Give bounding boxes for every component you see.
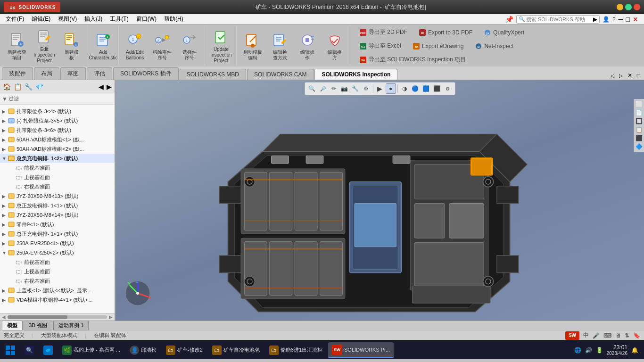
taskbar-app-mine[interactable]: 🗂 矿车-修改2 bbox=[162, 342, 206, 358]
toolbar-icon-pin[interactable]: 📌 bbox=[505, 16, 513, 23]
tab-layout[interactable]: 布局 bbox=[34, 67, 59, 80]
select-serial-button[interactable]: 1 选择件序号 bbox=[176, 26, 203, 65]
tab-sw-mbd[interactable]: SOLIDWORKS MBD bbox=[180, 69, 246, 80]
tree-item-plane[interactable]: 右视基准面 bbox=[0, 182, 115, 191]
panel-icon-circle[interactable]: ◀ bbox=[98, 82, 105, 91]
settings-icon[interactable]: ─ bbox=[619, 16, 623, 23]
add-edit-balloons-button[interactable]: 1 2 Add/EditBalloons bbox=[122, 26, 148, 65]
help-icon[interactable]: ? bbox=[612, 16, 616, 23]
tree-item-plane[interactable]: 上视基准面 bbox=[0, 267, 115, 276]
bottom-tab-model[interactable]: 模型 bbox=[2, 321, 23, 330]
hidden-btn[interactable]: ⬛ bbox=[432, 83, 442, 94]
close-app-icon[interactable]: ✕ bbox=[633, 16, 638, 23]
move-serial-button[interactable]: A 移除零件序号 bbox=[149, 26, 175, 65]
taskbar-app-solidworks[interactable]: SW SOLIDWORKS Pr... bbox=[328, 342, 394, 358]
gear-view-btn[interactable]: ⚙ bbox=[361, 83, 372, 94]
menu-window[interactable]: 窗口(W) bbox=[132, 14, 160, 24]
panel-icon-home[interactable]: 🏠 bbox=[2, 82, 12, 91]
taskbar-app-energy[interactable]: 🗂 储能6进1出汇流柜 bbox=[265, 342, 326, 358]
start-template-mode-button[interactable]: 启动模板编辑 bbox=[239, 26, 266, 65]
taskbar-notification-icon[interactable]: 🔔 bbox=[631, 347, 638, 354]
add-characteristic-button[interactable]: + AddCharacteristic bbox=[90, 26, 116, 65]
export-sw-button[interactable]: SW 导出至 SOLIDWORKS Inspection 项目 bbox=[355, 54, 470, 66]
tree-item[interactable]: ▶ 零件9<1> (默认) bbox=[0, 220, 115, 229]
eye-view-btn[interactable]: ● bbox=[386, 83, 396, 94]
ribbon-collapse-btn[interactable]: ◁ bbox=[609, 72, 616, 79]
taskbar-battery-icon[interactable]: 🔋 bbox=[596, 347, 603, 354]
edit-inspection-project-button[interactable]: EditInspectionProject bbox=[31, 26, 58, 65]
bottom-tab-3dview[interactable]: 3D 视图 bbox=[24, 321, 52, 330]
tab-evaluate[interactable]: 评估 bbox=[87, 67, 112, 80]
export-2d-pdf-button[interactable]: PDF 导出至 2D PDF bbox=[355, 26, 412, 38]
menu-tools[interactable]: 工具(T) bbox=[106, 14, 132, 24]
menu-help[interactable]: 帮助(H) bbox=[160, 14, 187, 24]
panel-icon-diamond[interactable]: 💎 bbox=[34, 82, 44, 91]
minimize-button[interactable] bbox=[617, 4, 623, 10]
ribbon-expand-btn[interactable]: ▷ bbox=[617, 72, 625, 79]
tree-item[interactable]: ▶ 上盖板<1> (默认<<默认>_显示... bbox=[0, 286, 115, 295]
taskbar-clock[interactable]: 23:01 2023/4/26 bbox=[607, 344, 628, 356]
right-view-icon-6[interactable]: 🔷 bbox=[636, 143, 643, 150]
edit-operations-button[interactable]: 编辑操作 bbox=[294, 26, 321, 65]
tree-item[interactable]: ▶ 50AH-VAD标准模组<1> (默... bbox=[0, 135, 115, 144]
tab-sw-plugins[interactable]: SOLIDWORKS 插件 bbox=[113, 67, 179, 80]
tree-item[interactable]: ▶ JYZ-20X50-M8<14> (默认) bbox=[0, 210, 115, 220]
tree-item-expanded[interactable]: ▼ 总负充电铜排- 1<2> (默认) bbox=[0, 154, 115, 163]
user-icon[interactable]: 👤 bbox=[603, 16, 610, 23]
close-button[interactable] bbox=[634, 4, 640, 10]
panel-icon-search[interactable]: 📋 bbox=[13, 82, 23, 91]
taskbar-app-upload[interactable]: 🌿 我的上传 - 嘉石网 ... bbox=[58, 342, 124, 358]
bottom-tab-motion[interactable]: 运动算例 1 bbox=[53, 321, 89, 330]
taskbar-app-user[interactable]: 👤 邱清松 bbox=[126, 342, 160, 358]
tree-item-plane[interactable]: 右视基准面 bbox=[0, 276, 115, 286]
tree-item[interactable]: ▶ 总正放电铜排- 1<1> (默认) bbox=[0, 201, 115, 210]
tree-item[interactable]: ▶ JYZ-20X50-M8<13> (默认) bbox=[0, 191, 115, 201]
solid-btn[interactable]: 🟦 bbox=[421, 83, 431, 94]
tab-sw-cam[interactable]: SOLIDWORKS CAM bbox=[247, 69, 314, 80]
view-options-btn[interactable]: ⚙ bbox=[443, 83, 453, 94]
right-view-icon-1[interactable]: ⬜ bbox=[636, 101, 643, 107]
settings-view-btn[interactable]: 🔧 bbox=[350, 83, 361, 94]
tree-item-plane[interactable]: 前视基准面 bbox=[0, 163, 115, 173]
tree-item-plane[interactable]: 上视基准面 bbox=[0, 173, 115, 182]
tree-item[interactable]: ▶ 250A-EVR250<1> (默认) bbox=[0, 239, 115, 248]
ribbon-close-btn[interactable]: ✕ bbox=[626, 71, 634, 80]
right-view-icon-2[interactable]: 📄 bbox=[636, 109, 643, 116]
wireframe-btn[interactable]: 🔵 bbox=[410, 83, 421, 94]
tree-item-plane[interactable]: 前视基准面 bbox=[0, 257, 115, 267]
net-inspect-button[interactable]: NI Net-Inspect bbox=[471, 41, 517, 52]
tree-item[interactable]: ▶ 扎带限位条-3<4> (默认) bbox=[0, 107, 115, 116]
right-view-icon-5[interactable]: ⬛ bbox=[636, 135, 643, 141]
tree-item-expanded[interactable]: ▼ 250A-EVR250<2> (默认) bbox=[0, 248, 115, 257]
tree-item[interactable]: ▶ VDA模组串联铜排-4<1> (默认<... bbox=[0, 295, 115, 304]
maximize-button[interactable] bbox=[625, 4, 632, 10]
tree-item[interactable]: ▶ - (-) 扎带限位条-3<5> (默认) bbox=[0, 116, 115, 125]
3d-viewport[interactable]: 🔍 🔎 ✏ 📷 🔧 ⚙ ▶ ● ◑ 🔵 🟦 ⬛ ⚙ bbox=[116, 80, 644, 321]
export-edrawing-button[interactable]: eD Export eDrawing bbox=[408, 41, 468, 52]
tree-item[interactable]: ▶ 50AH-VAD标准模组<2> (默... bbox=[0, 144, 115, 154]
export-3d-pdf-button[interactable]: 3D Export to 3D PDF bbox=[414, 27, 477, 38]
tab-sw-inspection[interactable]: SOLIDWORKS Inspection bbox=[314, 69, 397, 80]
measure-btn[interactable]: ✏ bbox=[329, 83, 339, 94]
render-btn[interactable]: ◑ bbox=[399, 83, 410, 94]
taskbar-network-icon[interactable]: 🌐 bbox=[574, 347, 581, 354]
quality-xpert-button[interactable]: QX QualityXpert bbox=[479, 27, 528, 38]
search-box[interactable]: 🔍 ▶ bbox=[516, 15, 600, 24]
edit-change-method-button[interactable]: 编辑换方 bbox=[322, 26, 348, 65]
new-inspection-project-button[interactable]: + 新建检查项目 bbox=[4, 26, 30, 65]
scroll-right-btn[interactable]: ▶ bbox=[109, 314, 113, 320]
right-view-icon-4[interactable]: 📋 bbox=[636, 126, 643, 133]
restore-icon[interactable]: □ bbox=[626, 16, 630, 23]
arrow-view-btn[interactable]: ▶ bbox=[375, 83, 385, 94]
scroll-left-btn[interactable]: ◀ bbox=[2, 314, 6, 320]
zoom-select-btn[interactable]: 🔎 bbox=[318, 83, 328, 94]
menu-view[interactable]: 视图(V) bbox=[54, 14, 81, 24]
edit-check-method-button[interactable]: 编辑检查方式 bbox=[267, 26, 293, 65]
menu-edit[interactable]: 编辑(E) bbox=[28, 14, 54, 24]
export-excel-button[interactable]: XLS 导出至 Excel bbox=[355, 40, 405, 52]
start-button[interactable] bbox=[2, 342, 19, 359]
panel-icon-forward[interactable]: ▶ bbox=[106, 82, 113, 91]
taskbar-browser-edge[interactable] bbox=[40, 342, 57, 358]
tab-assembly[interactable]: 装配件 bbox=[2, 67, 33, 80]
new-template-button[interactable]: + 新建模板 bbox=[58, 26, 85, 65]
